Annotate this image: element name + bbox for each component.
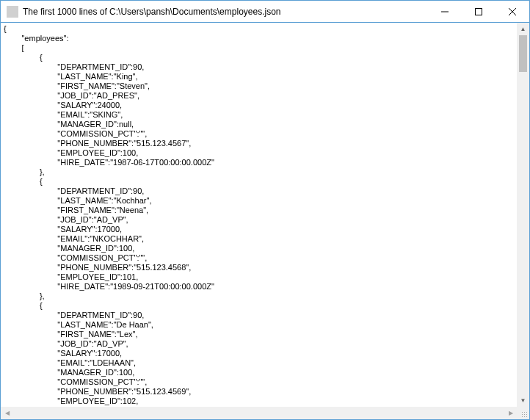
resize-grip[interactable] — [517, 407, 529, 419]
vertical-scroll-thumb[interactable] — [519, 35, 527, 72]
file-content[interactable]: { "employees": [ { "DEPARTMENT_ID":90, "… — [1, 23, 517, 407]
scroll-right-arrow-icon[interactable]: ▶ — [504, 407, 517, 419]
file-viewer-window: The first 1000 lines of C:\Users\pansh\D… — [0, 0, 530, 420]
titlebar[interactable]: The first 1000 lines of C:\Users\pansh\D… — [1, 1, 529, 23]
scroll-left-arrow-icon[interactable]: ◀ — [1, 407, 13, 419]
content-area: { "employees": [ { "DEPARTMENT_ID":90, "… — [1, 23, 529, 419]
app-icon — [7, 6, 18, 18]
vertical-scrollbar[interactable]: ▲ ▼ — [517, 23, 529, 407]
horizontal-scrollbar[interactable]: ◀ ▶ — [1, 407, 517, 419]
scroll-down-arrow-icon[interactable]: ▼ — [517, 394, 529, 407]
minimize-button[interactable] — [428, 1, 462, 22]
window-controls — [428, 1, 529, 22]
maximize-button[interactable] — [462, 1, 495, 22]
svg-rect-1 — [476, 8, 482, 15]
close-button[interactable] — [495, 1, 529, 22]
scroll-up-arrow-icon[interactable]: ▲ — [517, 23, 529, 35]
window-title: The first 1000 lines of C:\Users\pansh\D… — [23, 7, 428, 17]
